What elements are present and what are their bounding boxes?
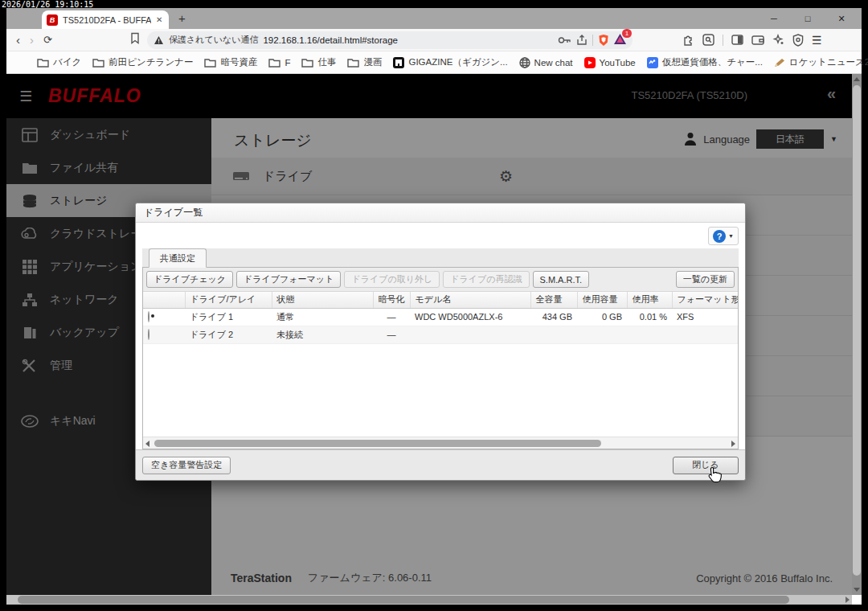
col-usage: 使用率 <box>627 292 672 308</box>
brave-shield-icon[interactable] <box>598 34 609 47</box>
radio-unselected[interactable] <box>148 329 149 340</box>
extensions-icon[interactable] <box>682 34 694 46</box>
bookmark-new-chat[interactable]: New chat <box>519 57 573 68</box>
col-encryption: 暗号化 <box>373 292 410 308</box>
col-used: 使用容量 <box>577 292 627 308</box>
gigazine-icon <box>393 57 404 68</box>
window-maximize-button[interactable]: □ <box>791 8 825 29</box>
tab-search-icon[interactable] <box>702 34 714 46</box>
folder-icon <box>301 58 313 68</box>
forward-button[interactable]: › <box>30 30 34 51</box>
table-header-row: ドライブ/アレイ 状態 暗号化 モデル名 全容量 使用容量 使用率 フォーマット… <box>143 292 738 308</box>
new-tab-button[interactable]: + <box>178 11 186 25</box>
warning-icon <box>154 35 164 45</box>
url-text[interactable]: 192.168.1.16/detail.html#storage <box>263 35 398 45</box>
smart-button[interactable]: S.M.A.R.T. <box>533 271 590 288</box>
dialog-panel: ドライブチェック ドライブフォーマット ドライブの取り外し ドライブの再認識 S… <box>142 268 739 449</box>
share-icon[interactable] <box>576 35 588 46</box>
col-format: フォーマット形式 <box>672 292 738 308</box>
key-icon[interactable] <box>558 36 571 44</box>
bookmark-folder-bike[interactable]: バイク <box>37 56 81 68</box>
horizontal-scrollbar[interactable] <box>6 595 852 605</box>
tab-title: TS5210D2FA - BUFFALO TeraSta <box>63 15 151 25</box>
help-icon: ? <box>713 230 726 243</box>
vertical-scrollbar[interactable] <box>852 74 862 595</box>
dialog-scroll-right-icon[interactable] <box>731 441 735 447</box>
window-minimize-button[interactable]: ─ <box>757 8 791 29</box>
browser-tab[interactable]: B TS5210D2FA - BUFFALO TeraSta ✕ <box>42 10 169 29</box>
dialog-title: ドライブ一覧 <box>136 203 745 223</box>
buffalo-favicon-icon: B <box>47 14 58 26</box>
youtube-icon <box>584 57 596 68</box>
browser-toolbar: ‹ › ⟳ 保護されていない通信 192.168.1.16/detail.htm… <box>6 29 862 51</box>
refresh-list-button[interactable]: 一覧の更新 <box>676 271 735 288</box>
drive-format-button[interactable]: ドライブフォーマット <box>236 271 341 288</box>
pencil-icon <box>774 58 785 68</box>
vertical-scroll-thumb[interactable] <box>853 85 861 576</box>
help-button[interactable]: ? ▼ <box>708 227 739 245</box>
col-model: モデル名 <box>410 292 530 308</box>
folder-icon <box>204 58 216 68</box>
dialog-scroll-thumb[interactable] <box>154 440 601 447</box>
scroll-up-icon[interactable] <box>854 77 860 81</box>
col-drive: ドライブ/アレイ <box>185 292 272 308</box>
back-button[interactable]: ‹ <box>16 30 20 51</box>
tab-strip: B TS5210D2FA - BUFFALO TeraSta ✕ + ─ □ ✕ <box>6 8 862 29</box>
bookmark-crypto-price[interactable]: 仮想通貨価格、チャー... <box>647 56 763 68</box>
drive-list-dialog: ドライブ一覧 ? ▼ 共通設定 ドライブチェック ドライブフォーマット ドライブ… <box>135 203 746 481</box>
folder-icon <box>92 58 104 68</box>
browser-window: B TS5210D2FA - BUFFALO TeraSta ✕ + ─ □ ✕… <box>6 8 862 605</box>
window-close-button[interactable]: ✕ <box>825 8 858 29</box>
tab-common-settings[interactable]: 共通設定 <box>149 248 207 268</box>
sidebar-toggle-icon[interactable] <box>731 35 743 45</box>
folder-icon <box>268 58 280 68</box>
horizontal-scroll-thumb[interactable] <box>18 596 789 604</box>
rewards-badge: 1 <box>622 29 632 38</box>
help-caret-icon: ▼ <box>728 233 734 239</box>
col-total: 全容量 <box>530 292 577 308</box>
drive-remove-button: ドライブの取り外し <box>344 271 440 288</box>
bookmark-youtube[interactable]: YouTube <box>584 57 636 68</box>
drive-table: ドライブ/アレイ 状態 暗号化 モデル名 全容量 使用容量 使用率 フォーマット… <box>143 292 738 344</box>
globe-icon <box>519 57 530 68</box>
close-button[interactable]: 閉じる <box>673 457 739 474</box>
bookmark-gigazine[interactable]: GIGAZINE（ギガジン... <box>393 56 507 68</box>
free-space-warning-button[interactable]: 空き容量警告設定 <box>142 457 231 474</box>
drive-check-button[interactable]: ドライブチェック <box>146 271 233 288</box>
bookmark-icon[interactable] <box>129 32 141 48</box>
table-empty-area <box>143 344 738 437</box>
tab-close-icon[interactable]: ✕ <box>156 15 162 24</box>
reload-button[interactable]: ⟳ <box>43 30 52 51</box>
address-bar[interactable]: 保護されていない通信 192.168.1.16/detail.html#stor… <box>147 31 633 49</box>
desktop: 2026/01/26 19:10:15 B TS5210D2FA - BUFFA… <box>0 0 868 611</box>
col-status: 状態 <box>272 292 373 308</box>
scroll-right-icon[interactable] <box>845 597 850 603</box>
bookmarks-bar: バイク 前田ピンチランナー 暗号資産 F 仕事 漫画 GIGAZINE（ギガジン… <box>6 51 862 74</box>
radio-selected[interactable] <box>148 311 149 322</box>
bookmark-folder-f[interactable]: F <box>268 58 290 68</box>
bookmark-folder-crypto[interactable]: 暗号資産 <box>204 56 257 68</box>
drive-rediscover-button: ドライブの再認識 <box>443 271 529 288</box>
dialog-tab-bar: 共通設定 <box>142 248 739 268</box>
brave-rewards-icon[interactable]: 1 <box>614 33 626 47</box>
os-timestamp: 2026/01/26 19:10:15 <box>2 0 93 9</box>
dialog-horizontal-scrollbar[interactable] <box>143 437 738 449</box>
vpn-shield-icon[interactable] <box>792 34 804 47</box>
table-row-drive2[interactable]: ドライブ 2 未接続 — <box>143 326 738 343</box>
crypto-app-icon <box>647 57 658 68</box>
leo-ai-icon[interactable] <box>772 34 784 46</box>
bookmark-folder-manga[interactable]: 漫画 <box>347 56 382 68</box>
dialog-scroll-left-icon[interactable] <box>145 441 149 447</box>
bookmark-folder-work[interactable]: 仕事 <box>301 56 336 68</box>
table-row-drive1[interactable]: ドライブ 1 通常 — WDC WD5000AZLX-6 434 GB 0 GB… <box>143 308 738 326</box>
scroll-down-icon[interactable] <box>854 588 860 592</box>
dialog-footer: 空き容量警告設定 閉じる <box>136 449 745 480</box>
folder-icon <box>37 58 49 68</box>
bookmark-rocketnews[interactable]: ロケットニュース24 <box>774 56 868 68</box>
mouse-cursor-icon <box>708 466 722 486</box>
security-label[interactable]: 保護されていない通信 <box>169 34 259 46</box>
wallet-icon[interactable] <box>751 35 764 45</box>
folder-icon <box>347 58 359 68</box>
bookmark-folder-maeda[interactable]: 前田ピンチランナー <box>92 56 193 68</box>
menu-icon[interactable]: ☰ <box>812 34 822 47</box>
